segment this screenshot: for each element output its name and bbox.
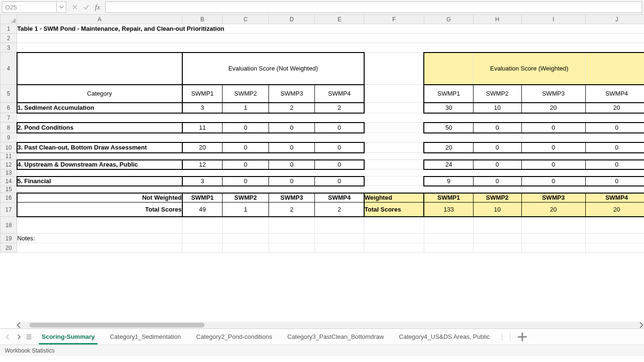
cell[interactable]: 133: [424, 203, 473, 217]
cell[interactable]: 2: [315, 203, 364, 217]
row-header[interactable]: 13: [0, 169, 17, 177]
column-header[interactable]: F: [364, 15, 424, 24]
cell[interactable]: 0: [315, 123, 364, 133]
cell[interactable]: 24: [424, 160, 473, 169]
cell[interactable]: SWMP2: [473, 193, 521, 203]
cell[interactable]: [315, 234, 364, 243]
cell[interactable]: [17, 133, 644, 142]
category-upstream-downstream[interactable]: 4. Upstream & Downstream Areas, Public: [17, 160, 182, 169]
row-header[interactable]: 7: [0, 113, 17, 123]
cell[interactable]: [585, 234, 644, 243]
cell[interactable]: 0: [223, 160, 269, 169]
cell[interactable]: [17, 113, 644, 123]
tabs-overflow-indicator[interactable]: ⋮: [497, 333, 507, 340]
cell[interactable]: 0: [315, 177, 364, 186]
cell[interactable]: 0: [268, 177, 315, 186]
scroll-thumb[interactable]: [29, 323, 205, 327]
header-weighted[interactable]: [424, 53, 473, 85]
row-header[interactable]: 6: [0, 103, 17, 113]
cell[interactable]: [364, 217, 424, 234]
row-header[interactable]: 5: [0, 85, 17, 103]
cell[interactable]: 0: [473, 142, 521, 153]
cell[interactable]: [364, 85, 424, 103]
cell[interactable]: [585, 243, 644, 253]
cell[interactable]: SWMP1: [182, 193, 223, 203]
cancel-formula-button[interactable]: [69, 1, 80, 13]
col-swmp3-w[interactable]: SWMP3: [521, 85, 585, 103]
cell[interactable]: 2: [268, 203, 315, 217]
cell[interactable]: 11: [182, 123, 223, 133]
cell[interactable]: [17, 243, 182, 253]
cell[interactable]: SWMP3: [268, 193, 315, 203]
tabs-prev-button[interactable]: [3, 331, 13, 343]
column-header[interactable]: I: [521, 15, 585, 24]
cell[interactable]: 0: [585, 142, 644, 153]
category-pond-conditions[interactable]: 2. Pond Conditions: [17, 123, 182, 133]
cell[interactable]: [17, 217, 182, 234]
horizontal-scrollbar[interactable]: [16, 322, 644, 328]
add-sheet-button[interactable]: [516, 331, 528, 343]
sheet-tab-category2[interactable]: Category2_Pond-conditions: [188, 330, 279, 343]
row-header[interactable]: 8: [0, 123, 17, 133]
cell[interactable]: [182, 243, 223, 253]
cell[interactable]: 0: [315, 160, 364, 169]
scroll-left-icon[interactable]: [16, 322, 23, 328]
category-financial[interactable]: 5. Financial: [17, 177, 182, 186]
cell[interactable]: [268, 243, 315, 253]
cell[interactable]: [585, 217, 644, 234]
row-header[interactable]: 12: [0, 160, 17, 169]
cell[interactable]: 0: [521, 160, 585, 169]
page-title[interactable]: Table 1 - SWM Pond - Maintenance, Repair…: [17, 24, 644, 34]
cell[interactable]: 0: [473, 160, 521, 169]
header-not-weighted[interactable]: Evaluation Score (Not Weighted): [182, 53, 364, 85]
cell[interactable]: [223, 234, 269, 243]
sheet-tab-category1[interactable]: Category1_Sedimentation: [102, 330, 188, 343]
cell[interactable]: [315, 243, 364, 253]
cell[interactable]: [364, 234, 424, 243]
row-header[interactable]: 9: [0, 133, 17, 142]
cell[interactable]: [182, 217, 223, 234]
cell[interactable]: 0: [521, 142, 585, 153]
cell[interactable]: [364, 142, 424, 153]
cell[interactable]: 0: [585, 160, 644, 169]
row-header[interactable]: 18: [0, 217, 17, 234]
label-weighted[interactable]: Weighted: [364, 193, 424, 203]
cell[interactable]: [364, 160, 424, 169]
column-header[interactable]: D: [268, 15, 315, 24]
cell[interactable]: [17, 53, 182, 85]
header-category[interactable]: Category: [17, 85, 182, 103]
cell[interactable]: [268, 234, 315, 243]
col-swmp2[interactable]: SWMP2: [223, 85, 269, 103]
category-past-cleanout[interactable]: 3. Past Clean-out, Bottom Draw Assessmen…: [17, 142, 182, 153]
cell[interactable]: [223, 243, 269, 253]
cell[interactable]: 2: [268, 103, 315, 113]
cell[interactable]: [364, 177, 424, 186]
cell[interactable]: 30: [424, 103, 473, 113]
notes-label[interactable]: Notes:: [17, 234, 182, 243]
name-box[interactable]: O25: [2, 1, 57, 13]
row-header[interactable]: 11: [0, 153, 17, 160]
column-header[interactable]: B: [182, 15, 223, 24]
cell[interactable]: [17, 186, 644, 193]
tabs-list-button[interactable]: [24, 331, 34, 343]
cell[interactable]: SWMP4: [315, 193, 364, 203]
name-box-dropdown[interactable]: [57, 1, 66, 13]
cell[interactable]: [473, 243, 521, 253]
row-header[interactable]: 2: [0, 34, 17, 43]
cell[interactable]: [473, 217, 521, 234]
cell[interactable]: [364, 243, 424, 253]
cell[interactable]: 20: [585, 103, 644, 113]
cell[interactable]: [17, 169, 644, 177]
cell[interactable]: [424, 243, 473, 253]
row-header[interactable]: 17: [0, 203, 17, 217]
cell[interactable]: [424, 234, 473, 243]
label-total-scores-nw[interactable]: Total Scores: [17, 203, 182, 217]
col-swmp2-w[interactable]: SWMP2: [473, 85, 521, 103]
cell[interactable]: SWMP3: [521, 193, 585, 203]
row-header[interactable]: 14: [0, 177, 17, 186]
cell[interactable]: 50: [424, 123, 473, 133]
cell[interactable]: 0: [585, 177, 644, 186]
cell[interactable]: 9: [424, 177, 473, 186]
cell[interactable]: [521, 243, 585, 253]
cell[interactable]: SWMP1: [424, 193, 473, 203]
